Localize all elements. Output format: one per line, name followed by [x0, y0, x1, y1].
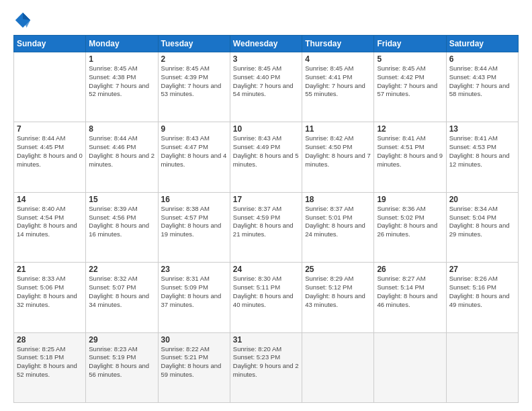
calendar-cell — [14, 52, 86, 122]
day-info: Sunrise: 8:33 AMSunset: 5:06 PMDaylight:… — [17, 275, 83, 309]
calendar-cell: 15Sunrise: 8:39 AMSunset: 4:56 PMDayligh… — [86, 192, 158, 262]
calendar-cell: 21Sunrise: 8:33 AMSunset: 5:06 PMDayligh… — [14, 263, 86, 332]
day-info: Sunrise: 8:26 AMSunset: 5:16 PMDaylight:… — [449, 275, 515, 309]
day-number: 24 — [233, 265, 299, 274]
day-number: 28 — [17, 335, 83, 345]
day-info: Sunrise: 8:38 AMSunset: 4:57 PMDaylight:… — [161, 205, 227, 239]
day-info: Sunrise: 8:45 AMSunset: 4:40 PMDaylight:… — [233, 64, 299, 99]
day-number: 9 — [161, 124, 227, 134]
day-info: Sunrise: 8:41 AMSunset: 4:53 PMDaylight:… — [449, 134, 515, 169]
calendar-cell: 7Sunrise: 8:44 AMSunset: 4:45 PMDaylight… — [14, 122, 86, 192]
day-number: 19 — [377, 195, 443, 204]
calendar-cell: 19Sunrise: 8:36 AMSunset: 5:02 PMDayligh… — [374, 192, 446, 262]
calendar-header-monday: Monday — [86, 36, 158, 52]
day-number: 2 — [161, 54, 227, 64]
calendar-cell: 16Sunrise: 8:38 AMSunset: 4:57 PMDayligh… — [158, 192, 230, 262]
calendar-cell: 18Sunrise: 8:37 AMSunset: 5:01 PMDayligh… — [302, 192, 374, 262]
calendar-cell: 22Sunrise: 8:32 AMSunset: 5:07 PMDayligh… — [86, 263, 158, 332]
calendar-cell: 25Sunrise: 8:29 AMSunset: 5:12 PMDayligh… — [302, 263, 374, 332]
calendar-cell — [446, 332, 518, 402]
day-info: Sunrise: 8:34 AMSunset: 5:04 PMDaylight:… — [449, 205, 515, 239]
day-number: 27 — [449, 265, 515, 274]
calendar-cell: 9Sunrise: 8:43 AMSunset: 4:47 PMDaylight… — [158, 122, 230, 192]
svg-marker-1 — [23, 13, 30, 20]
calendar-cell: 1Sunrise: 8:45 AMSunset: 4:38 PMDaylight… — [86, 52, 158, 122]
calendar-cell: 10Sunrise: 8:43 AMSunset: 4:49 PMDayligh… — [230, 122, 302, 192]
calendar-cell: 3Sunrise: 8:45 AMSunset: 4:40 PMDaylight… — [230, 52, 302, 122]
calendar-table: SundayMondayTuesdayWednesdayThursdayFrid… — [13, 35, 519, 403]
day-number: 8 — [89, 124, 154, 134]
day-number: 5 — [377, 54, 443, 64]
day-info: Sunrise: 8:32 AMSunset: 5:07 PMDaylight:… — [89, 275, 154, 309]
day-info: Sunrise: 8:20 AMSunset: 5:23 PMDaylight:… — [233, 345, 299, 379]
calendar-header-tuesday: Tuesday — [158, 36, 230, 52]
day-info: Sunrise: 8:43 AMSunset: 4:49 PMDaylight:… — [233, 134, 299, 169]
calendar-week-1: 1Sunrise: 8:45 AMSunset: 4:38 PMDaylight… — [14, 52, 519, 122]
day-info: Sunrise: 8:22 AMSunset: 5:21 PMDaylight:… — [161, 345, 227, 379]
calendar-header-sunday: Sunday — [14, 36, 86, 52]
calendar-cell: 17Sunrise: 8:37 AMSunset: 4:59 PMDayligh… — [230, 192, 302, 262]
logo — [13, 11, 35, 30]
day-info: Sunrise: 8:30 AMSunset: 5:11 PMDaylight:… — [233, 275, 299, 309]
day-info: Sunrise: 8:45 AMSunset: 4:38 PMDaylight:… — [89, 64, 154, 99]
day-info: Sunrise: 8:45 AMSunset: 4:39 PMDaylight:… — [161, 64, 227, 99]
calendar-cell: 2Sunrise: 8:45 AMSunset: 4:39 PMDaylight… — [158, 52, 230, 122]
day-number: 21 — [17, 265, 83, 274]
calendar-cell: 26Sunrise: 8:27 AMSunset: 5:14 PMDayligh… — [374, 263, 446, 332]
day-number: 16 — [161, 195, 227, 204]
calendar-cell — [374, 332, 446, 402]
day-info: Sunrise: 8:23 AMSunset: 5:19 PMDaylight:… — [89, 345, 154, 379]
calendar-cell: 27Sunrise: 8:26 AMSunset: 5:16 PMDayligh… — [446, 263, 518, 332]
calendar-header-friday: Friday — [374, 36, 446, 52]
calendar-cell: 24Sunrise: 8:30 AMSunset: 5:11 PMDayligh… — [230, 263, 302, 332]
calendar-cell: 28Sunrise: 8:25 AMSunset: 5:18 PMDayligh… — [14, 332, 86, 402]
day-info: Sunrise: 8:25 AMSunset: 5:18 PMDaylight:… — [17, 345, 83, 379]
calendar-cell: 8Sunrise: 8:44 AMSunset: 4:46 PMDaylight… — [86, 122, 158, 192]
day-info: Sunrise: 8:45 AMSunset: 4:41 PMDaylight:… — [305, 64, 371, 99]
calendar-cell — [302, 332, 374, 402]
calendar-cell: 6Sunrise: 8:44 AMSunset: 4:43 PMDaylight… — [446, 52, 518, 122]
day-number: 1 — [89, 54, 154, 64]
day-info: Sunrise: 8:44 AMSunset: 4:43 PMDaylight:… — [449, 64, 515, 99]
day-number: 30 — [161, 335, 227, 345]
day-info: Sunrise: 8:27 AMSunset: 5:14 PMDaylight:… — [377, 275, 443, 309]
calendar-week-3: 14Sunrise: 8:40 AMSunset: 4:54 PMDayligh… — [14, 192, 519, 262]
day-info: Sunrise: 8:39 AMSunset: 4:56 PMDaylight:… — [89, 205, 154, 239]
day-number: 23 — [161, 265, 227, 274]
day-number: 18 — [305, 195, 371, 204]
page: SundayMondayTuesdayWednesdayThursdayFrid… — [0, 0, 532, 411]
calendar-week-5: 28Sunrise: 8:25 AMSunset: 5:18 PMDayligh… — [14, 332, 519, 402]
day-number: 22 — [89, 265, 154, 274]
day-number: 10 — [233, 124, 299, 134]
day-number: 3 — [233, 54, 299, 64]
day-info: Sunrise: 8:43 AMSunset: 4:47 PMDaylight:… — [161, 134, 227, 169]
day-number: 15 — [89, 195, 154, 204]
day-info: Sunrise: 8:44 AMSunset: 4:46 PMDaylight:… — [89, 134, 154, 169]
day-number: 6 — [449, 54, 515, 64]
calendar-cell: 12Sunrise: 8:41 AMSunset: 4:51 PMDayligh… — [374, 122, 446, 192]
day-number: 7 — [17, 124, 83, 134]
calendar-cell: 11Sunrise: 8:42 AMSunset: 4:50 PMDayligh… — [302, 122, 374, 192]
day-number: 4 — [305, 54, 371, 64]
day-number: 17 — [233, 195, 299, 204]
calendar-cell: 29Sunrise: 8:23 AMSunset: 5:19 PMDayligh… — [86, 332, 158, 402]
calendar-cell: 23Sunrise: 8:31 AMSunset: 5:09 PMDayligh… — [158, 263, 230, 332]
day-info: Sunrise: 8:42 AMSunset: 4:50 PMDaylight:… — [305, 134, 371, 169]
day-number: 29 — [89, 335, 154, 345]
day-number: 11 — [305, 124, 371, 134]
calendar-week-4: 21Sunrise: 8:33 AMSunset: 5:06 PMDayligh… — [14, 263, 519, 332]
day-number: 14 — [17, 195, 83, 204]
calendar-cell: 4Sunrise: 8:45 AMSunset: 4:41 PMDaylight… — [302, 52, 374, 122]
calendar-cell: 20Sunrise: 8:34 AMSunset: 5:04 PMDayligh… — [446, 192, 518, 262]
calendar-header-wednesday: Wednesday — [230, 36, 302, 52]
day-info: Sunrise: 8:45 AMSunset: 4:42 PMDaylight:… — [377, 64, 443, 99]
calendar-cell: 30Sunrise: 8:22 AMSunset: 5:21 PMDayligh… — [158, 332, 230, 402]
calendar-cell: 13Sunrise: 8:41 AMSunset: 4:53 PMDayligh… — [446, 122, 518, 192]
day-info: Sunrise: 8:31 AMSunset: 5:09 PMDaylight:… — [161, 275, 227, 309]
day-info: Sunrise: 8:37 AMSunset: 4:59 PMDaylight:… — [233, 205, 299, 239]
calendar-header-saturday: Saturday — [446, 36, 518, 52]
day-info: Sunrise: 8:44 AMSunset: 4:45 PMDaylight:… — [17, 134, 83, 169]
day-info: Sunrise: 8:36 AMSunset: 5:02 PMDaylight:… — [377, 205, 443, 239]
day-number: 25 — [305, 265, 371, 274]
calendar-cell: 14Sunrise: 8:40 AMSunset: 4:54 PMDayligh… — [14, 192, 86, 262]
